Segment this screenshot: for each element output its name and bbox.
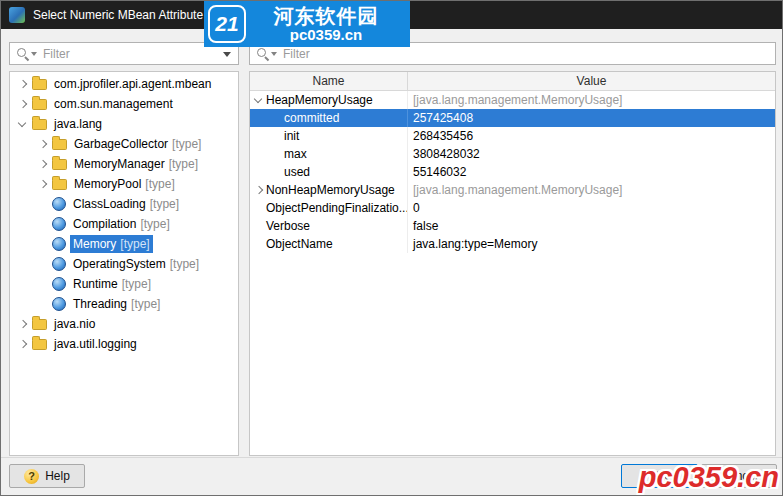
chevron-collapsed-icon[interactable] (16, 337, 30, 351)
help-button-label: Help (45, 469, 70, 483)
mbean-icon (52, 257, 66, 271)
table-row[interactable]: Verbose false (250, 217, 775, 235)
chevron-spacer (36, 277, 50, 291)
column-header-value[interactable]: Value (408, 72, 775, 90)
table-row[interactable]: max 3808428032 (250, 145, 775, 163)
chevron-spacer (36, 217, 50, 231)
attribute-value: [java.lang.management.MemoryUsage] (408, 91, 775, 109)
help-button[interactable]: ? Help (9, 464, 85, 488)
column-header-name[interactable]: Name (250, 72, 408, 90)
chevron-spacer (36, 197, 50, 211)
tree-item[interactable]: java.lang (10, 114, 238, 134)
attribute-value: 3808428032 (408, 145, 775, 163)
attribute-value: 55146032 (408, 163, 775, 181)
tree-item-label: java.util.logging (54, 337, 137, 351)
attribute-name: ObjectName (266, 237, 333, 251)
chevron-collapsed-icon[interactable] (16, 77, 30, 91)
attribute-name: ObjectPendingFinalizatio... (266, 201, 408, 215)
mbean-icon (52, 217, 66, 231)
tree-item-label: GarbageCollector (74, 137, 168, 151)
chevron-expanded-icon[interactable] (252, 93, 266, 107)
chevron-collapsed-icon[interactable] (36, 177, 50, 191)
tree-item-label: Threading (73, 297, 127, 311)
chevron-spacer (36, 257, 50, 271)
chevron-collapsed-icon[interactable] (36, 157, 50, 171)
tree-item[interactable]: com.sun.management (10, 94, 238, 114)
attribute-value: [java.lang.management.MemoryUsage] (408, 181, 775, 199)
chevron-expanded-icon[interactable] (16, 117, 30, 131)
window-title: Select Numeric MBean Attribute (33, 8, 203, 22)
folder-icon (32, 119, 47, 130)
watermark-site-name: 河东软件园 (274, 6, 379, 27)
chevron-collapsed-icon[interactable] (16, 317, 30, 331)
attribute-value: 0 (408, 199, 775, 217)
tree-item-selected[interactable]: Memory[type] (10, 234, 238, 254)
search-icon[interactable] (256, 47, 269, 60)
help-icon: ? (24, 469, 39, 484)
attribute-name: committed (284, 111, 339, 125)
mbean-icon (52, 237, 66, 251)
search-history-arrow-icon[interactable] (271, 52, 277, 56)
mbean-icon (52, 197, 66, 211)
attribute-value: 268435456 (408, 127, 775, 145)
tree-item-label: OperatingSystem (73, 257, 166, 271)
table-row[interactable]: ObjectName java.lang:type=Memory (250, 235, 775, 253)
folder-icon (32, 99, 47, 110)
tree-item-label: MemoryPool (74, 177, 141, 191)
tree-item[interactable]: MemoryManager[type] (10, 154, 238, 174)
table-row[interactable]: init 268435456 (250, 127, 775, 145)
attribute-name: used (284, 165, 310, 179)
footer-separator (1, 457, 782, 458)
search-icon[interactable] (16, 47, 29, 60)
tree-item[interactable]: ClassLoading[type] (10, 194, 238, 214)
filter-placeholder: Filter (283, 47, 310, 61)
watermark-logo: 21 (208, 5, 246, 43)
tree-item[interactable]: GarbageCollector[type] (10, 134, 238, 154)
tree-item[interactable]: Runtime[type] (10, 274, 238, 294)
table-row[interactable]: HeapMemoryUsage [java.lang.management.Me… (250, 91, 775, 109)
search-history-arrow-icon[interactable] (31, 52, 37, 56)
tree-item-label: ClassLoading (73, 197, 146, 211)
chevron-spacer (36, 237, 50, 251)
chevron-spacer (36, 297, 50, 311)
tree-item-label: Memory (73, 237, 116, 251)
tree-item[interactable]: MemoryPool[type] (10, 174, 238, 194)
chevron-collapsed-icon[interactable] (16, 97, 30, 111)
folder-icon (52, 159, 67, 170)
tree-item-label: Runtime (73, 277, 118, 291)
watermark-bottom-url: pc0359.cn (639, 461, 779, 494)
table-row[interactable]: used 55146032 (250, 163, 775, 181)
jprofiler-app-icon (9, 7, 25, 23)
tree-item[interactable]: java.util.logging (10, 334, 238, 354)
attribute-name: max (284, 147, 307, 161)
filter-placeholder: Filter (43, 47, 70, 61)
attribute-value: 257425408 (408, 109, 775, 127)
tree-item-label: com.sun.management (54, 97, 173, 111)
chevron-down-icon[interactable] (223, 52, 231, 57)
tree-item[interactable]: OperatingSystem[type] (10, 254, 238, 274)
tree-item[interactable]: Compilation[type] (10, 214, 238, 234)
table-row[interactable]: ObjectPendingFinalizatio... 0 (250, 199, 775, 217)
tree-item[interactable]: Threading[type] (10, 294, 238, 314)
watermark-banner: 21 河东软件园 pc0359.cn (204, 1, 410, 47)
folder-icon (52, 179, 67, 190)
mbean-icon (52, 277, 66, 291)
attribute-table: Name Value HeapMemoryUsage [java.lang.ma… (249, 71, 776, 456)
tree-item[interactable]: java.nio (10, 314, 238, 334)
tree-item[interactable]: com.jprofiler.api.agent.mbean (10, 74, 238, 94)
mbean-icon (52, 297, 66, 311)
chevron-collapsed-icon[interactable] (36, 137, 50, 151)
table-header: Name Value (250, 72, 775, 91)
watermark-site-url: pc0359.cn (290, 26, 363, 42)
table-row-selected[interactable]: committed 257425408 (250, 109, 775, 127)
attribute-name: HeapMemoryUsage (266, 93, 373, 107)
table-row[interactable]: NonHeapMemoryUsage [java.lang.management… (250, 181, 775, 199)
attribute-name: init (284, 129, 299, 143)
select-mbean-attribute-dialog: Select Numeric MBean Attribute Filter Fi… (0, 0, 783, 496)
mbean-tree: com.jprofiler.api.agent.mbean com.sun.ma… (9, 71, 239, 456)
attribute-name: NonHeapMemoryUsage (266, 183, 395, 197)
attribute-value: java.lang:type=Memory (408, 235, 775, 253)
chevron-collapsed-icon[interactable] (252, 183, 266, 197)
folder-icon (32, 79, 47, 90)
folder-icon (52, 139, 67, 150)
